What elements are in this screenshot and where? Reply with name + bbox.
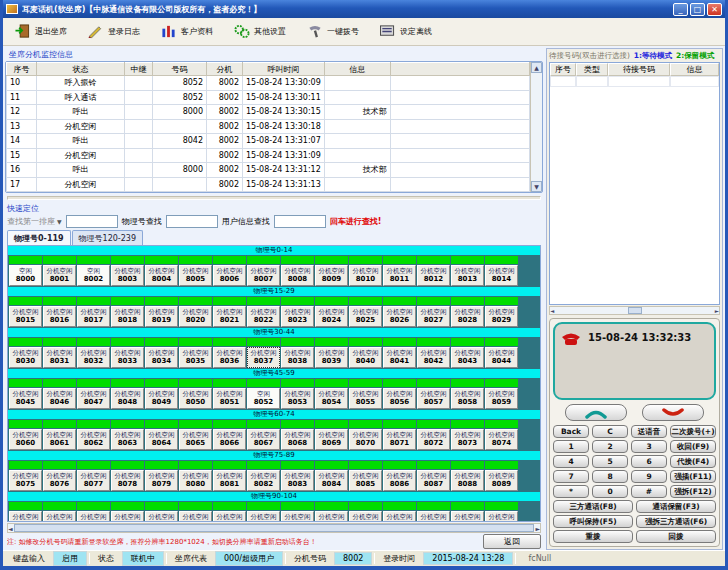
grid-h-scrollbar[interactable]: ◄ ► xyxy=(7,523,541,533)
answer-button[interactable] xyxy=(565,404,627,421)
extension-button-8086[interactable]: 分机空闲8086 xyxy=(383,470,416,491)
extension-button-8063[interactable]: 分机空闲8063 xyxy=(111,429,144,450)
keypad-button-4[interactable]: 4 xyxy=(553,455,589,468)
extension-button-8076[interactable]: 分机空闲8076 xyxy=(43,470,76,491)
keypad-button-2[interactable]: 2 xyxy=(592,440,628,453)
scroll-thumb[interactable] xyxy=(628,307,642,314)
extension-button-8017[interactable]: 分机空闲8017 xyxy=(77,306,110,327)
extension-button-8046[interactable]: 分机空闲8046 xyxy=(43,388,76,409)
extension-button-8018[interactable]: 分机空闲8018 xyxy=(111,306,144,327)
table-row[interactable]: 12呼出8000800215-08-24 13:30:15技术部 xyxy=(7,105,530,120)
extension-button-8099[interactable]: 分机空闲8099 xyxy=(315,511,348,522)
keypad-button-F12[interactable]: 强拆(F12) xyxy=(670,485,716,498)
extension-button-8068[interactable]: 分机空闲8068 xyxy=(281,429,314,450)
extension-button-8030[interactable]: 分机空闲8030 xyxy=(9,347,42,368)
keypad-button-1[interactable]: 1 xyxy=(553,440,589,453)
extension-button-8037[interactable]: 分机空闲8037 xyxy=(247,347,280,368)
toolbar-button-exit-door[interactable]: 退出坐席 xyxy=(9,21,78,42)
seat-search-input[interactable] xyxy=(66,215,118,228)
extension-button-8034[interactable]: 分机空闲8034 xyxy=(145,347,178,368)
extension-button-8069[interactable]: 分机空闲8069 xyxy=(315,429,348,450)
extension-button-8023[interactable]: 分机空闲8023 xyxy=(281,306,314,327)
extension-button-8058[interactable]: 分机空闲8058 xyxy=(451,388,484,409)
scroll-right-icon[interactable]: ► xyxy=(535,525,540,532)
extension-button-8049[interactable]: 分机空闲8049 xyxy=(145,388,178,409)
waiting-h-scrollbar[interactable]: ◄ ► xyxy=(549,306,720,315)
extension-button-8036[interactable]: 分机空闲8036 xyxy=(213,347,246,368)
extension-button-8002[interactable]: 空闲8002 xyxy=(77,265,110,286)
extension-button-8060[interactable]: 分机空闲8060 xyxy=(9,429,42,450)
toolbar-button-pen-log[interactable]: 登录日志 xyxy=(82,21,151,42)
extension-button-8075[interactable]: 分机空闲8075 xyxy=(9,470,42,491)
extension-button-8016[interactable]: 分机空闲8016 xyxy=(43,306,76,327)
table-row[interactable]: 15分机空闲800215-08-24 13:31:09 xyxy=(7,148,530,163)
scroll-up-icon[interactable]: ▲ xyxy=(531,62,542,73)
extension-button-8082[interactable]: 分机空闲8082 xyxy=(247,470,280,491)
monitor-scrollbar[interactable]: ▲ ▼ xyxy=(530,62,542,192)
extension-button-8095[interactable]: 分机空闲8095 xyxy=(179,511,212,522)
toolbar-button-gears[interactable]: 其他设置 xyxy=(228,21,297,42)
table-row[interactable]: 13分机空闲800215-08-24 13:30:18 xyxy=(7,119,530,134)
extension-button-8064[interactable]: 分机空闲8064 xyxy=(145,429,178,450)
extension-button-8056[interactable]: 分机空闲8056 xyxy=(383,388,416,409)
keypad-button-[interactable]: 二次拨号(+) xyxy=(670,425,716,438)
function-button-F6[interactable]: 强拆三方通话(F6) xyxy=(636,515,716,528)
extension-button-8025[interactable]: 分机空闲8025 xyxy=(349,306,382,327)
extension-button-8001[interactable]: 分机空闲8001 xyxy=(43,265,76,286)
extension-button-8010[interactable]: 分机空闲8010 xyxy=(349,265,382,286)
keypad-button-C[interactable]: C xyxy=(592,425,628,438)
keypad-button-7[interactable]: 7 xyxy=(553,470,589,483)
extension-button-8066[interactable]: 分机空闲8066 xyxy=(213,429,246,450)
extension-button-8007[interactable]: 分机空闲8007 xyxy=(247,265,280,286)
tab-physical-120-239[interactable]: 物理号120-239 xyxy=(72,230,143,245)
minimize-button[interactable]: _ xyxy=(673,3,688,16)
extension-button-8026[interactable]: 分机空闲8026 xyxy=(383,306,416,327)
extension-button-8059[interactable]: 分机空闲8059 xyxy=(485,388,518,409)
extension-button-8080[interactable]: 分机空闲8080 xyxy=(179,470,212,491)
function-button-[interactable]: 重拨 xyxy=(553,530,633,543)
keypad-button-F9[interactable]: 收回(F9) xyxy=(670,440,716,453)
extension-button-8054[interactable]: 分机空闲8054 xyxy=(315,388,348,409)
extension-button-8072[interactable]: 分机空闲8072 xyxy=(417,429,450,450)
extension-button-8021[interactable]: 分机空闲8021 xyxy=(213,306,246,327)
extension-button-8102[interactable]: 分机空闲8102 xyxy=(417,511,450,522)
extension-button-8048[interactable]: 分机空闲8048 xyxy=(111,388,144,409)
function-button-[interactable]: 回拨 xyxy=(636,530,716,543)
tab-physical-0-119[interactable]: 物理号0-119 xyxy=(7,230,71,245)
seat-search-combobox[interactable]: 查找第一排座 ▼ xyxy=(7,216,62,227)
extension-button-8090[interactable]: 分机空闲8090 xyxy=(9,511,42,522)
keypad-button-F11[interactable]: 强插(F11) xyxy=(670,470,716,483)
extension-button-8101[interactable]: 分机空闲8101 xyxy=(383,511,416,522)
extension-button-8070[interactable]: 分机空闲8070 xyxy=(349,429,382,450)
extension-button-8035[interactable]: 分机空闲8035 xyxy=(179,347,212,368)
extension-button-8032[interactable]: 分机空闲8032 xyxy=(77,347,110,368)
extension-button-8044[interactable]: 分机空闲8044 xyxy=(485,347,518,368)
extension-button-8008[interactable]: 分机空闲8008 xyxy=(281,265,314,286)
keypad-button-[interactable]: * xyxy=(553,485,589,498)
extension-button-8079[interactable]: 分机空闲8079 xyxy=(145,470,178,491)
extension-button-8074[interactable]: 分机空闲8074 xyxy=(485,429,518,450)
scroll-left-icon[interactable]: ◄ xyxy=(8,525,13,532)
extension-button-8004[interactable]: 分机空闲8004 xyxy=(145,265,178,286)
extension-button-8062[interactable]: 分机空闲8062 xyxy=(77,429,110,450)
extension-button-8027[interactable]: 分机空闲8027 xyxy=(417,306,450,327)
extension-button-8047[interactable]: 分机空闲8047 xyxy=(77,388,110,409)
hangup-button[interactable] xyxy=(642,404,704,421)
extension-button-8031[interactable]: 分机空闲8031 xyxy=(43,347,76,368)
extension-button-8091[interactable]: 分机空闲8091 xyxy=(43,511,76,522)
keypad-button-3[interactable]: 3 xyxy=(631,440,667,453)
extension-button-8000[interactable]: 空闲8000 xyxy=(9,265,42,286)
keypad-button-F4[interactable]: 代接(F4) xyxy=(670,455,716,468)
extension-button-8081[interactable]: 分机空闲8081 xyxy=(213,470,246,491)
close-button[interactable]: ✕ xyxy=(707,3,722,16)
extension-button-8041[interactable]: 分机空闲8041 xyxy=(383,347,416,368)
extension-button-8052[interactable]: 空闲8052 xyxy=(247,388,280,409)
extension-button-8014[interactable]: 分机空闲8014 xyxy=(485,265,518,286)
extension-button-8019[interactable]: 分机空闲8019 xyxy=(145,306,178,327)
extension-button-8096[interactable]: 分机空闲8096 xyxy=(213,511,246,522)
extension-button-8024[interactable]: 分机空闲8024 xyxy=(315,306,348,327)
extension-button-8038[interactable]: 分机空闲8038 xyxy=(281,347,314,368)
extension-button-8085[interactable]: 分机空闲8085 xyxy=(349,470,382,491)
extension-button-8039[interactable]: 分机空闲8039 xyxy=(315,347,348,368)
extension-button-8083[interactable]: 分机空闲8083 xyxy=(281,470,314,491)
